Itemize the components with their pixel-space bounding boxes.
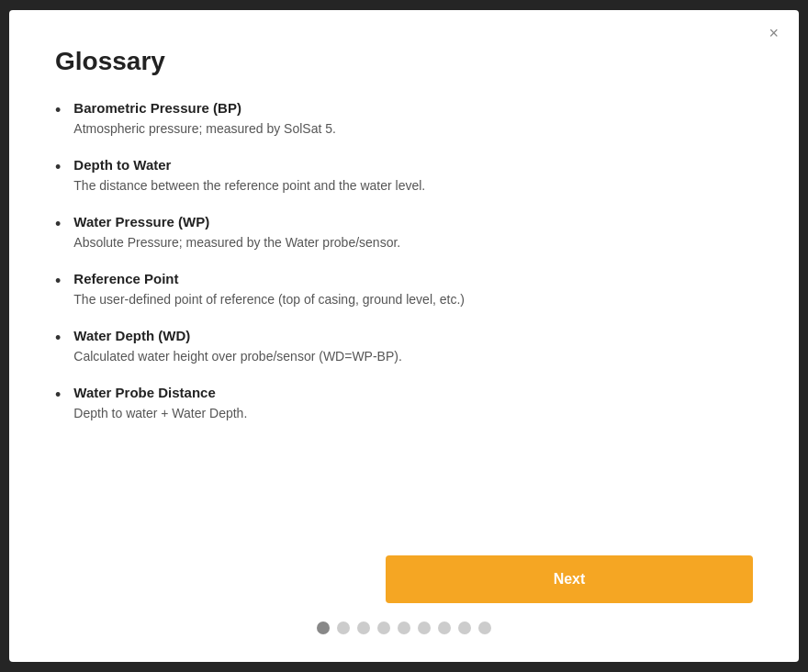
glossary-item: •Water Probe DistanceDepth to water + Wa… [55,383,753,423]
glossary-definition: The user-defined point of reference (top… [73,290,465,309]
close-button[interactable]: × [765,21,782,45]
glossary-term: Barometric Pressure (BP) [73,98,336,118]
glossary-item: •Water Pressure (WP)Absolute Pressure; m… [55,212,753,252]
glossary-item: •Depth to WaterThe distance between the … [55,155,753,196]
glossary-item-content: Reference PointThe user-defined point of… [73,269,465,309]
button-row: Next [55,555,753,603]
glossary-item-content: Barometric Pressure (BP)Atmospheric pres… [73,98,336,139]
pagination-dot[interactable] [438,622,451,634]
pagination-dot[interactable] [357,622,370,634]
bullet-icon: • [55,270,61,293]
bullet-icon: • [55,327,61,350]
glossary-item-content: Water Depth (WD)Calculated water height … [73,326,402,366]
glossary-term: Depth to Water [73,155,425,174]
glossary-definition: Calculated water height over probe/senso… [73,347,402,366]
glossary-list: •Barometric Pressure (BP)Atmospheric pre… [55,98,753,537]
glossary-term: Water Depth (WD) [73,326,402,345]
glossary-item: •Water Depth (WD)Calculated water height… [55,326,753,366]
pagination-dot[interactable] [478,622,491,634]
glossary-definition: The distance between the reference point… [73,176,425,196]
glossary-term: Reference Point [73,269,465,288]
glossary-item-content: Depth to WaterThe distance between the r… [73,155,425,196]
modal-title: Glossary [55,47,753,76]
glossary-term: Water Pressure (WP) [73,212,400,231]
glossary-item-content: Water Probe DistanceDepth to water + Wat… [73,383,247,423]
pagination-dot[interactable] [377,622,390,634]
modal-footer: Next [55,555,753,634]
bullet-icon: • [55,156,61,179]
pagination-dots [317,622,491,634]
glossary-item: •Reference PointThe user-defined point o… [55,269,753,309]
bullet-icon: • [55,99,61,122]
next-button[interactable]: Next [386,555,753,603]
modal-overlay: × Glossary •Barometric Pressure (BP)Atmo… [0,0,808,672]
pagination-dot[interactable] [458,622,471,634]
bullet-icon: • [55,213,61,236]
glossary-definition: Atmospheric pressure; measured by SolSat… [73,119,336,139]
glossary-item-content: Water Pressure (WP)Absolute Pressure; me… [73,212,400,252]
glossary-item: •Barometric Pressure (BP)Atmospheric pre… [55,98,753,139]
modal-dialog: × Glossary •Barometric Pressure (BP)Atmo… [9,10,799,662]
pagination-dot[interactable] [317,622,330,634]
pagination-dot[interactable] [337,622,350,634]
glossary-term: Water Probe Distance [73,383,247,402]
glossary-definition: Depth to water + Water Depth. [73,404,247,423]
pagination-dot[interactable] [418,622,431,634]
bullet-icon: • [55,384,61,407]
glossary-definition: Absolute Pressure; measured by the Water… [73,233,400,252]
pagination-dot[interactable] [398,622,410,634]
